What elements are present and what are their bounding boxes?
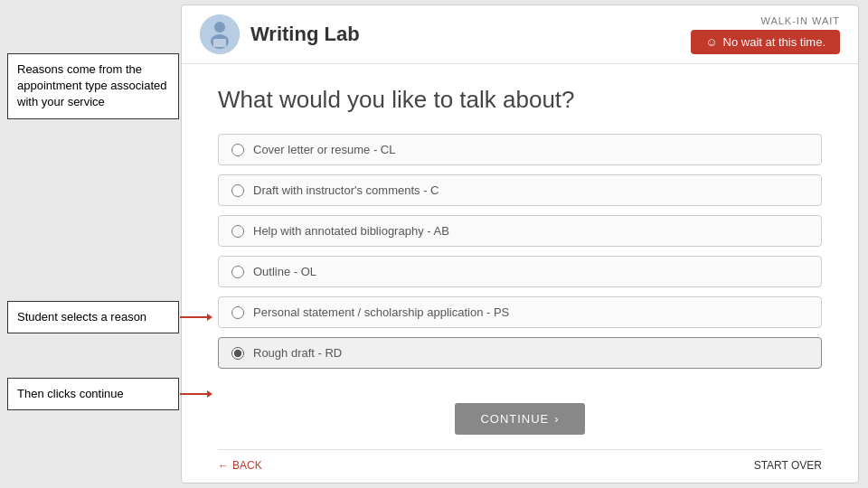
annotation-continue: Then clicks continue <box>7 378 179 410</box>
reason-label: Outline - OL <box>253 265 316 278</box>
back-label: BACK <box>232 459 262 472</box>
list-item[interactable]: Rough draft - RD <box>218 337 822 369</box>
annotation-student-text: Student selects a reason <box>17 310 146 324</box>
continue-arrow-icon <box>180 388 212 400</box>
svg-marker-3 <box>207 390 212 398</box>
chevron-right-icon: › <box>554 412 559 426</box>
annotation-continue-text: Then clicks continue <box>17 387 124 400</box>
avatar <box>200 14 240 54</box>
reason-label: Help with annotated bibliography - AB <box>253 224 449 238</box>
reason-label: Rough draft - RD <box>253 346 342 360</box>
header-left: Writing Lab <box>200 14 360 54</box>
question-title: What would you like to talk about? <box>218 86 822 114</box>
list-item[interactable]: Cover letter or resume - CL <box>218 134 822 165</box>
smiley-icon: ☺ <box>705 35 717 49</box>
header-right: WALK-IN WAIT ☺ No wait at this time. <box>691 15 840 54</box>
student-arrow-icon <box>180 311 212 324</box>
start-over-label: START OVER <box>754 459 822 472</box>
no-wait-text: No wait at this time. <box>723 35 826 49</box>
reason-radio[interactable] <box>231 306 244 319</box>
reason-label: Cover letter or resume - CL <box>253 143 396 156</box>
list-item[interactable]: Help with annotated bibliography - AB <box>218 215 822 247</box>
card-header: Writing Lab WALK-IN WAIT ☺ No wait at th… <box>182 5 858 64</box>
back-link[interactable]: ← BACK <box>218 459 262 472</box>
start-over-link[interactable]: START OVER <box>754 459 822 472</box>
continue-label: CONTINUE <box>480 412 549 426</box>
continue-button[interactable]: CONTINUE › <box>455 403 584 435</box>
reason-label: Draft with instructor's comments - C <box>253 183 439 197</box>
options-list: Cover letter or resume - CLDraft with in… <box>218 134 822 369</box>
annotation-student: Student selects a reason <box>7 301 179 333</box>
walk-in-label: WALK-IN WAIT <box>760 15 840 26</box>
nav-row: ← BACK START OVER <box>218 449 822 472</box>
no-wait-badge: ☺ No wait at this time. <box>691 30 840 54</box>
continue-row: CONTINUE › <box>218 403 822 435</box>
reason-radio[interactable] <box>231 144 244 156</box>
list-item[interactable]: Draft with instructor's comments - C <box>218 174 822 206</box>
reason-radio[interactable] <box>231 184 244 197</box>
reason-radio[interactable] <box>231 347 244 360</box>
svg-marker-1 <box>207 314 212 321</box>
list-item[interactable]: Personal statement / scholarship applica… <box>218 296 822 328</box>
card-footer: CONTINUE › ← BACK START OVER <box>182 394 858 483</box>
arrow-left-icon: ← <box>218 459 229 472</box>
reason-radio[interactable] <box>231 266 244 278</box>
reason-label: Personal statement / scholarship applica… <box>253 305 509 319</box>
annotation-reasons-text: Reasons come from the appointment type a… <box>17 62 167 108</box>
main-card: Writing Lab WALK-IN WAIT ☺ No wait at th… <box>181 5 859 483</box>
list-item[interactable]: Outline - OL <box>218 256 822 287</box>
svg-point-5 <box>214 22 225 33</box>
reason-radio[interactable] <box>231 225 244 238</box>
service-title: Writing Lab <box>250 23 360 46</box>
svg-rect-7 <box>213 39 226 47</box>
card-body: What would you like to talk about? Cover… <box>182 64 858 394</box>
annotation-reasons: Reasons come from the appointment type a… <box>7 53 179 119</box>
